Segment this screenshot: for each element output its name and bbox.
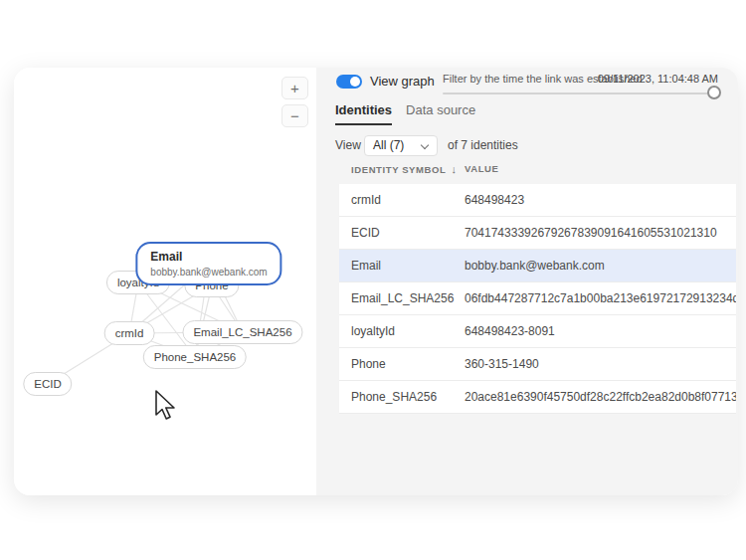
view-graph-toggle[interactable] xyxy=(336,75,362,89)
selected-node-label: Email xyxy=(150,250,267,264)
dropdown-value: All (7) xyxy=(373,138,404,152)
identity-graph-card: Emailbobby.bank@webank.comloyaltyIdPhone… xyxy=(14,68,738,495)
identity-symbol-cell: crmId xyxy=(339,193,465,207)
filter-timestamp: 09/11/2023, 11:04:48 AM xyxy=(598,73,718,85)
value-cell: bobby.bank@webank.com xyxy=(465,259,736,273)
identity-symbol-cell: ECID xyxy=(339,226,465,240)
table-row[interactable]: Email_LC_SHA25606fdb447287712c7a1b00ba21… xyxy=(339,282,736,315)
table-row[interactable]: loyaltyId648498423-8091 xyxy=(339,315,736,348)
identity-count-text: of 7 identities xyxy=(448,135,518,156)
mouse-cursor-icon xyxy=(154,390,178,421)
table-row[interactable]: crmId648498423 xyxy=(339,184,736,217)
view-graph-label: View graph xyxy=(370,74,435,89)
column-header-value: VALUE xyxy=(465,163,736,181)
column-header-identity-symbol[interactable]: IDENTITY SYMBOL↓ xyxy=(339,163,465,181)
tab-bar: Identities Data source xyxy=(335,102,475,125)
identity-symbol-cell: Phone_SHA256 xyxy=(339,390,465,404)
table-row[interactable]: Phone360-315-1490 xyxy=(339,348,736,381)
identity-filter-dropdown[interactable]: All (7) xyxy=(364,135,438,156)
graph-node-crmid[interactable]: crmId xyxy=(104,321,155,345)
time-filter-slider-track[interactable] xyxy=(443,93,714,94)
value-cell: 648498423-8091 xyxy=(465,324,736,338)
view-label: View xyxy=(335,135,361,156)
graph-panel: Emailbobby.bank@webank.comloyaltyIdPhone… xyxy=(14,68,316,495)
value-cell: 648498423 xyxy=(465,193,736,207)
tab-identities[interactable]: Identities xyxy=(335,102,392,125)
graph-node-ecid[interactable]: ECID xyxy=(23,372,72,396)
identity-symbol-cell: Phone xyxy=(339,357,465,371)
table-row[interactable]: ECID704174333926792678390916416055310213… xyxy=(339,217,736,250)
value-cell: 360-315-1490 xyxy=(465,357,736,371)
table-row[interactable]: Phone_SHA25620ace81e6390f45750df28c22ffc… xyxy=(339,381,736,414)
selected-node-value: bobby.bank@webank.com xyxy=(150,267,267,278)
identity-symbol-cell: Email xyxy=(339,259,465,273)
table-row[interactable]: Emailbobby.bank@webank.com xyxy=(339,250,736,282)
toggle-knob xyxy=(350,77,360,87)
graph-node-email[interactable]: Emailbobby.bank@webank.com xyxy=(135,242,281,285)
chevron-down-icon xyxy=(421,141,429,149)
zoom-out-button[interactable]: − xyxy=(281,104,308,127)
identity-symbol-cell: loyaltyId xyxy=(339,324,465,338)
value-cell: 70417433392679267839091641605531021310 xyxy=(465,226,736,240)
table-header: IDENTITY SYMBOL↓ VALUE xyxy=(339,163,736,181)
identity-symbol-cell: Email_LC_SHA256 xyxy=(339,291,465,305)
value-cell: 20ace81e6390f45750df28c22ffcb2ea82d0b8f0… xyxy=(465,390,736,404)
graph-node-phone_sha256[interactable]: Phone_SHA256 xyxy=(143,345,247,369)
tab-data-source[interactable]: Data source xyxy=(406,102,475,125)
graph-node-email_lc_sha256[interactable]: Email_LC_SHA256 xyxy=(182,320,302,344)
detail-panel: View graph Filter by the time the link w… xyxy=(316,68,738,495)
sort-descending-icon: ↓ xyxy=(451,163,457,175)
value-cell: 06fdb447287712c7a1b00ba213e6197217291323… xyxy=(465,291,736,305)
zoom-in-button[interactable]: + xyxy=(281,77,308,99)
time-filter-slider-handle[interactable] xyxy=(707,86,721,99)
identities-table: crmId648498423ECID7041743339267926783909… xyxy=(339,184,736,414)
